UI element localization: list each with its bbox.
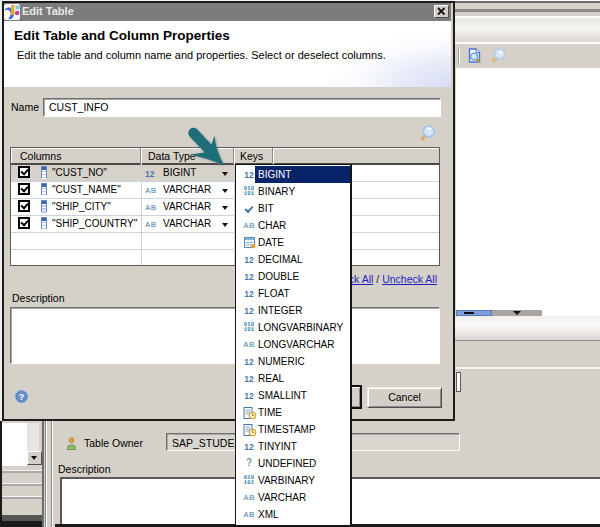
svg-text:?: ? bbox=[19, 392, 25, 402]
